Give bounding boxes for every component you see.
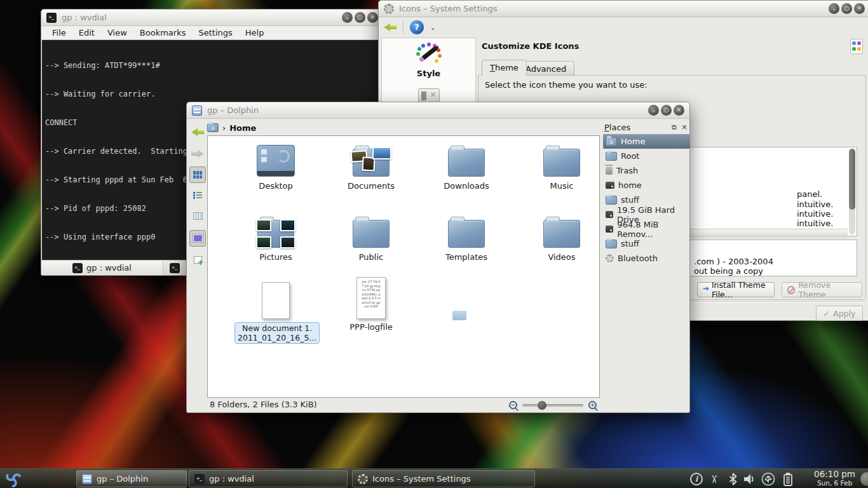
back-button[interactable]	[384, 24, 397, 31]
folder-icon	[606, 196, 617, 205]
remove-theme-button[interactable]: Remove Theme	[782, 282, 862, 297]
dolphin-window: gp – Dolphin ⌄ ○ ✕ ⌂ › Home	[186, 102, 690, 413]
task-system-settings[interactable]: Icons – System Settings	[352, 470, 535, 487]
file-item-videos[interactable]: Videos	[520, 211, 603, 262]
terminal-tab-second[interactable]: >_	[163, 261, 187, 275]
place-item-root[interactable]: Root	[603, 149, 690, 163]
file-item-templates[interactable]: Templates	[425, 211, 508, 262]
places-panel: Places ⧉ ✕ ⌂ Home Root Trash home stuff …	[603, 120, 690, 396]
task-label: gp – Dolphin	[97, 474, 148, 484]
usb-device-notifier-icon[interactable]	[761, 471, 776, 487]
scrollbar-thumb[interactable]	[849, 149, 855, 210]
columns-view-icon	[193, 212, 203, 220]
places-panel-title: Places	[604, 123, 630, 132]
document-icon	[262, 282, 290, 319]
gear-icon	[358, 474, 368, 484]
close-panel-icon[interactable]: ✕	[680, 123, 689, 132]
menu-edit[interactable]: Edit	[73, 27, 100, 39]
tab-theme[interactable]: Theme	[482, 60, 527, 76]
home-icon[interactable]: ⌂	[207, 123, 219, 132]
detach-panel-icon[interactable]: ⧉	[670, 123, 679, 132]
file-label: Videos	[520, 252, 603, 262]
zoom-slider[interactable]	[522, 404, 583, 407]
minimize-button[interactable]: ⌄	[648, 105, 659, 116]
battery-icon[interactable]	[780, 471, 796, 487]
system-settings-titlebar[interactable]: Icons – System Settings ⌄ ○ ✕	[379, 1, 868, 17]
minimize-button[interactable]: ⌄	[829, 3, 839, 14]
sidebar-item-style[interactable]: Style	[382, 38, 475, 104]
close-button[interactable]: ✕	[367, 12, 378, 23]
install-theme-label: Install Theme File...	[712, 280, 769, 299]
split-view-button[interactable]	[189, 252, 206, 268]
dolphin-titlebar[interactable]: gp – Dolphin ⌄ ○ ✕	[187, 102, 689, 119]
file-item-new-document[interactable]: New document 1.2011_01_20_16_5...	[234, 272, 317, 344]
icons-view-button[interactable]	[189, 166, 206, 183]
place-label: Bluetooth	[618, 254, 658, 263]
terminal-line: --> Waiting for carrier.	[45, 90, 383, 99]
terminal-titlebar[interactable]: >_ gp : wvdial ⌄ ○ ✕	[41, 10, 383, 26]
help-button[interactable]: ?	[410, 20, 424, 34]
clock[interactable]: 06:10 pm Sun, 6 Feb	[814, 470, 855, 487]
desktop-folder-icon	[257, 145, 295, 177]
terminal-tab-active[interactable]: >_ gp : wvdial	[41, 261, 163, 275]
zoom-out-icon[interactable]: −	[509, 401, 517, 409]
maximize-button[interactable]: ○	[661, 105, 672, 116]
place-label: stuff	[621, 239, 639, 248]
maximize-button[interactable]: ○	[841, 3, 852, 14]
panel-toolbox-cashew[interactable]	[860, 472, 868, 486]
file-item-desktop[interactable]: Desktop	[234, 140, 317, 191]
menu-settings[interactable]: Settings	[193, 27, 238, 39]
file-item-documents[interactable]: Documents	[330, 140, 412, 191]
breadcrumb-home[interactable]: Home	[229, 123, 256, 133]
icons-module-icon	[850, 39, 863, 54]
notifications-icon[interactable]: i	[689, 471, 704, 487]
folder-icon	[606, 152, 617, 161]
place-item-home-partition[interactable]: home	[603, 178, 690, 193]
preview-button[interactable]	[189, 230, 206, 247]
task-dolphin[interactable]: gp – Dolphin	[76, 470, 187, 487]
file-item-public[interactable]: Public	[330, 211, 412, 262]
details-view-button[interactable]	[189, 187, 206, 204]
zoom-control: − +	[509, 401, 597, 409]
file-item-pictures[interactable]: Pictures	[234, 211, 317, 262]
columns-view-button[interactable]	[189, 208, 206, 224]
place-item-home[interactable]: ⌂ Home	[603, 134, 690, 149]
close-button[interactable]: ✕	[674, 105, 684, 116]
forward-button[interactable]	[189, 146, 206, 162]
apply-button[interactable]: ✓ Apply	[816, 306, 863, 321]
apply-label: Apply	[833, 309, 855, 318]
back-button[interactable]	[189, 124, 206, 140]
place-item-bluetooth[interactable]: Bluetooth	[603, 251, 690, 266]
remove-theme-label: Remove Theme	[798, 280, 857, 299]
place-item-trash[interactable]: Trash	[603, 163, 690, 178]
file-item-downloads[interactable]: Downloads	[425, 140, 508, 191]
install-theme-button[interactable]: Install Theme File...	[697, 282, 775, 297]
scrollbar[interactable]	[849, 149, 855, 234]
clipboard-scissors-icon[interactable]: ✂	[707, 471, 722, 487]
place-item-removable[interactable]: 964.8 MiB Remov...	[603, 222, 690, 236]
file-view[interactable]: Desktop Documents Downloads Music Pictur	[207, 135, 600, 398]
menu-file[interactable]: File	[46, 27, 72, 39]
preview-icon	[193, 234, 203, 242]
theme-list-item-fragment: intuitive.	[797, 200, 833, 209]
zoom-slider-handle[interactable]	[538, 401, 546, 410]
details-view-icon	[193, 192, 202, 200]
dolphin-app-icon	[192, 105, 202, 116]
close-button[interactable]: ✕	[854, 3, 865, 14]
file-item-music[interactable]: Music	[520, 140, 603, 191]
menu-view[interactable]: View	[102, 27, 133, 39]
zoom-in-icon[interactable]: +	[588, 401, 597, 409]
status-text: 8 Folders, 2 Files (3.3 KiB)	[210, 400, 317, 409]
bluetooth-icon[interactable]	[725, 471, 740, 487]
volume-icon[interactable]	[742, 471, 757, 487]
file-item-ppp-logfile[interactable]: Jan 17 09:4 7:18 gp-Asp ire-5738 pp pd[1…	[330, 272, 412, 332]
menu-help[interactable]: Help	[240, 27, 270, 39]
minimize-button[interactable]: ⌄	[342, 12, 353, 23]
theme-list-item-fragment: intuitive.	[797, 219, 833, 228]
chevron-down-icon[interactable]: ⌄	[430, 24, 435, 31]
task-wvdial[interactable]: >_ gp : wvdial	[189, 470, 348, 487]
dolphin-window-title: gp – Dolphin	[207, 105, 259, 115]
app-launcher-button[interactable]	[4, 470, 23, 488]
maximize-button[interactable]: ○	[355, 12, 365, 23]
menu-bookmarks[interactable]: Bookmarks	[134, 27, 192, 39]
